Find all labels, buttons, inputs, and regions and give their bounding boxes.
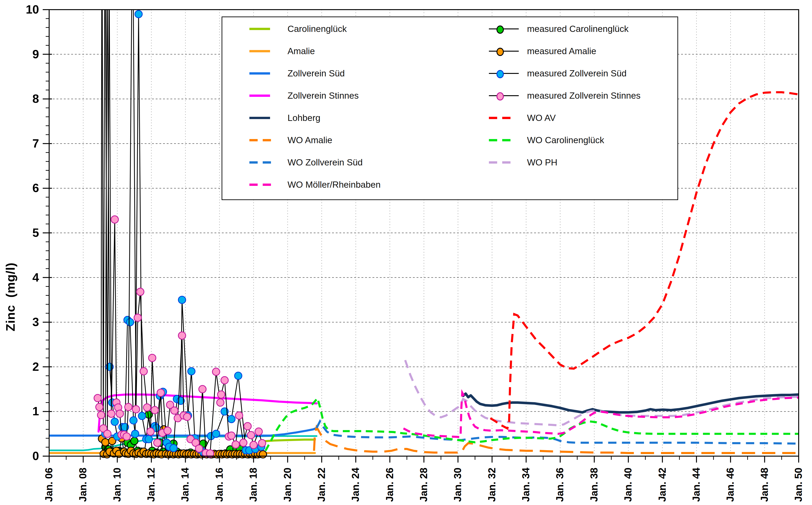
marker-measured_zollverein_sued (145, 436, 152, 443)
y-tick-label: 4 (32, 271, 39, 284)
x-tick-label: Jan. 24 (350, 467, 361, 502)
x-tick-label: Jan. 38 (588, 468, 600, 502)
marker-measured_zollverein_stinnes (154, 439, 161, 447)
x-tick-label: Jan. 44 (691, 467, 702, 502)
legend-label: measured Carolinenglück (527, 24, 628, 34)
marker-measured_zollverein_stinnes (184, 413, 191, 420)
marker-measured_carolinenglueck (131, 437, 138, 445)
marker-measured_zollverein_sued (212, 430, 220, 438)
legend-item-lohberg: Lohberg (222, 107, 450, 129)
legend-item-zollverein-stinnes: Zollverein Stinnes (222, 85, 450, 107)
legend-line-icon (249, 117, 284, 119)
marker-measured_zollverein_stinnes (148, 354, 156, 362)
marker-measured_zollverein_sued (132, 430, 139, 438)
x-tick-label: Jan. 18 (248, 468, 259, 502)
marker-measured_zollverein_stinnes (116, 410, 124, 417)
x-tick-label: Jan. 10 (111, 468, 123, 502)
x-tick-label: Jan. 32 (486, 468, 497, 502)
legend-item-wo-carolinengl-ck: WO Carolinenglück (450, 129, 677, 151)
legend-line-icon (249, 95, 284, 97)
marker-measured_zollverein_stinnes (218, 391, 225, 398)
marker-measured_zollverein_sued (234, 372, 242, 379)
line-carolinenglueck (262, 440, 315, 442)
legend-label: WO Carolinenglück (527, 135, 604, 145)
marker-measured_zollverein_sued (135, 10, 142, 18)
legend-line-icon (249, 28, 284, 30)
marker-measured_zollverein_stinnes (157, 389, 164, 396)
marker-measured_zollverein_sued (228, 415, 235, 423)
y-tick-label: 3 (32, 315, 39, 329)
marker-measured_zollverein_stinnes (258, 440, 266, 447)
marker-measured_zollverein_stinnes (125, 403, 132, 411)
y-tick-label: 7 (32, 137, 39, 150)
legend-marker-icon (489, 69, 524, 77)
marker-measured_zollverein_stinnes (199, 385, 206, 393)
marker-measured_zollverein_stinnes (212, 368, 220, 375)
legend-item-amalie: Amalie (222, 40, 450, 62)
marker-measured_zollverein_sued (126, 319, 134, 326)
x-tick-label: Jan. 28 (418, 468, 429, 502)
x-tick-label: Jan. 46 (724, 468, 736, 502)
x-tick-label: Jan. 26 (384, 468, 395, 502)
marker-measured_zollverein_stinnes (111, 216, 118, 223)
x-tick-label: Jan. 22 (316, 468, 327, 502)
legend-item-measured-carolinengl-ck: measured Carolinenglück (450, 18, 677, 40)
marker-measured_zollverein_sued (130, 417, 137, 424)
legend-label: WO Möller/Rheinbaben (287, 180, 380, 190)
marker-measured_zollverein_stinnes (134, 314, 141, 321)
marker-measured_zollverein_stinnes (123, 433, 130, 440)
marker-measured_zollverein_sued (170, 445, 177, 452)
marker-measured_zollverein_stinnes (217, 399, 224, 406)
marker-measured_zollverein_stinnes (96, 403, 103, 411)
legend-item-wo-m-ller-rheinbaben: WO Möller/Rheinbaben (222, 173, 450, 196)
y-tick-label: 10 (26, 3, 39, 16)
x-tick-label: Jan. 20 (282, 468, 293, 502)
marker-measured_zollverein_stinnes (255, 428, 262, 435)
line-zollverein_stinnes (99, 394, 317, 432)
legend-dashed-line-icon (249, 161, 284, 164)
legend-dashed-line-icon (249, 139, 284, 141)
legend-label: Carolinenglück (287, 24, 347, 34)
legend-label: Zollverein Süd (287, 68, 345, 78)
marker-measured_zollverein_sued (138, 412, 146, 419)
x-tick-label: Jan. 30 (452, 468, 463, 502)
legend-marker-icon (489, 25, 524, 33)
y-tick-label: 0 (32, 449, 39, 463)
marker-measured_zollverein_stinnes (97, 411, 105, 419)
x-tick-label: Jan. 40 (622, 468, 633, 502)
marker-measured_zollverein_stinnes (147, 428, 154, 435)
legend-dashed-line-icon (489, 117, 524, 119)
marker-measured_zollverein_stinnes (235, 412, 243, 419)
legend-label: measured Zollverein Stinnes (527, 91, 641, 101)
x-tick-label: Jan. 14 (179, 467, 191, 502)
legend-item-measured-zollverein-stinnes: measured Zollverein Stinnes (450, 85, 677, 107)
marker-measured_zollverein_stinnes (250, 441, 257, 449)
legend-item-wo-amalie: WO Amalie (222, 129, 450, 151)
y-tick-label: 6 (32, 181, 39, 195)
marker-measured_zollverein_stinnes (179, 332, 186, 339)
marker-measured_zollverein_stinnes (94, 394, 101, 402)
x-tick-label: Jan. 36 (554, 468, 565, 502)
y-tick-label: 9 (32, 47, 39, 61)
legend-dashed-line-icon (489, 139, 524, 141)
marker-measured_zollverein_stinnes (196, 445, 203, 452)
legend-item-wo-zollverein-s-d: WO Zollverein Süd (222, 151, 450, 173)
line-unlabeled_teal (49, 436, 317, 450)
legend: CarolinenglückAmalieZollverein SüdZollve… (222, 16, 678, 200)
legend-label: WO PH (527, 157, 557, 167)
legend-item-wo-av: WO AV (450, 107, 677, 129)
marker-measured_zollverein_stinnes (247, 432, 255, 439)
x-tick-label: Jan. 50 (793, 468, 804, 502)
marker-measured_zollverein_stinnes (132, 406, 140, 413)
x-tick-label: Jan. 42 (657, 468, 668, 502)
x-tick-label: Jan. 06 (43, 468, 54, 502)
x-tick-label: Jan. 08 (77, 468, 88, 502)
marker-measured_zollverein_stinnes (151, 406, 158, 414)
x-tick-label: Jan. 16 (214, 468, 225, 502)
marker-measured_amalie (259, 451, 267, 458)
marker-measured_zollverein_sued (179, 296, 186, 304)
marker-measured_zollverein_stinnes (164, 427, 171, 434)
legend-item-zollverein-s-d: Zollverein Süd (222, 62, 450, 85)
legend-item-measured-zollverein-s-d: measured Zollverein Süd (450, 62, 677, 85)
marker-measured_zollverein_sued (111, 418, 118, 426)
